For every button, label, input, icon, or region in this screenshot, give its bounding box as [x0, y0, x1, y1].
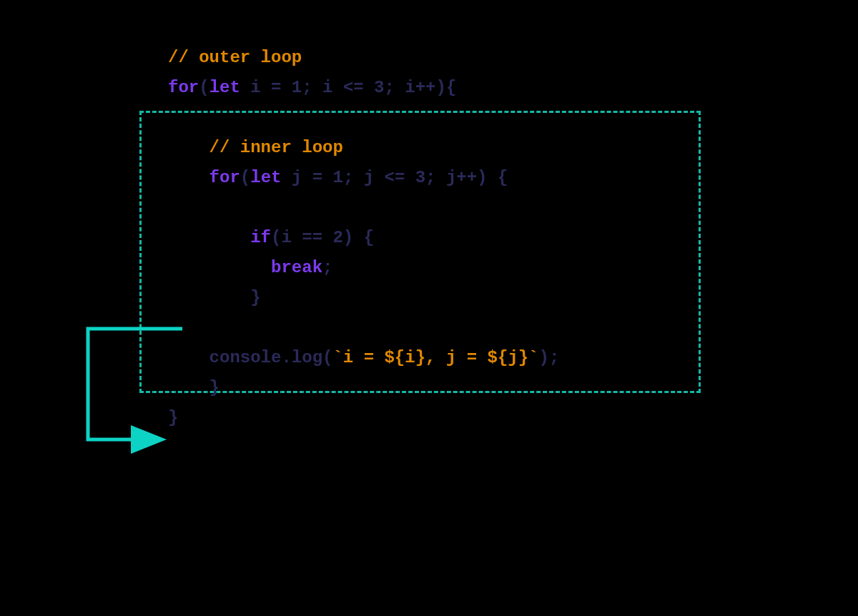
code-line: } [168, 403, 858, 433]
keyword-let: let [250, 168, 281, 187]
code-line: console.log(`i = ${i}, j = ${j}`); [168, 343, 858, 373]
keyword-let: let [209, 78, 240, 97]
keyword-for: for [168, 78, 199, 97]
code-line: } [168, 283, 858, 313]
keyword-if: if [250, 228, 271, 247]
blank-line [168, 313, 858, 343]
comment-text: // inner loop [209, 138, 343, 157]
comment-text: // outer loop [168, 48, 302, 67]
code-line: if(i == 2) { [168, 223, 858, 253]
code-line: // inner loop [168, 133, 858, 163]
code-line: // outer loop [168, 43, 858, 73]
blank-line [168, 193, 858, 223]
keyword-break: break [271, 258, 322, 277]
code-line: } [168, 373, 858, 403]
code-line: for(let j = 1; j <= 3; j++) { [168, 163, 858, 193]
code-block: // outer loop for(let i = 1; i <= 3; i++… [168, 43, 858, 433]
code-line: break; [168, 253, 858, 283]
break-flow-arrow [75, 322, 182, 465]
code-line: for(let i = 1; i <= 3; i++){ [168, 73, 858, 103]
keyword-for: for [209, 168, 240, 187]
blank-line [168, 103, 858, 133]
